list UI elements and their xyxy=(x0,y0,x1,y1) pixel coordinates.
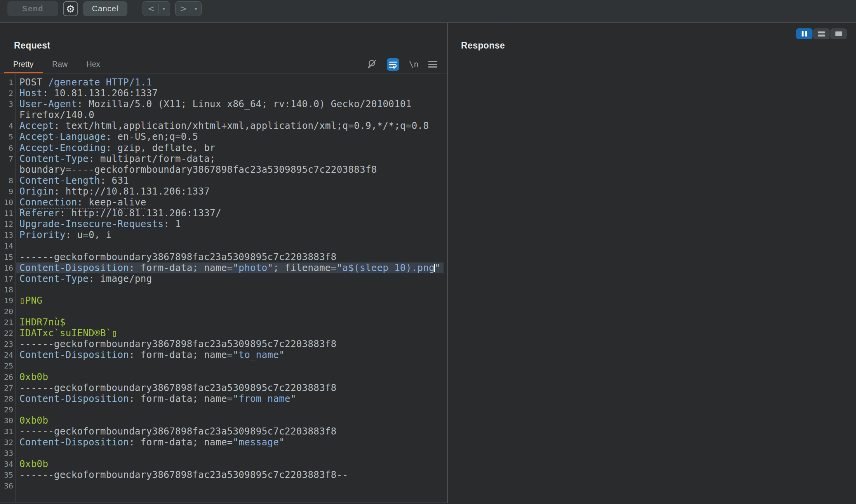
line-number: 34 xyxy=(0,459,13,469)
code-line[interactable]: 21IHDR7nù$ xyxy=(0,317,447,328)
code-text: Content-Type: image/png xyxy=(16,273,155,284)
line-number xyxy=(0,164,13,175)
code-text: Firefox/140.0 xyxy=(16,109,97,120)
button-separator xyxy=(191,4,191,14)
code-text: POST /generate HTTP/1.1 xyxy=(16,77,155,88)
code-text: ------geckoformboundary3867898fac23a5309… xyxy=(16,339,340,349)
code-line[interactable]: boundary=----geckoformboundary3867898fac… xyxy=(0,164,447,175)
line-number: 6 xyxy=(0,143,13,153)
line-number: 20 xyxy=(0,306,13,317)
code-line[interactable]: 27------geckoformboundary3867898fac23a53… xyxy=(0,382,447,393)
code-line[interactable]: 3User-Agent: Mozilla/5.0 (X11; Linux x86… xyxy=(0,99,447,109)
request-editor[interactable]: 1POST /generate HTTP/1.12Host: 10.81.131… xyxy=(0,74,447,503)
line-number: 28 xyxy=(0,393,13,404)
code-line[interactable]: 300xb0b xyxy=(0,415,447,426)
forward-arrow-icon[interactable]: > xyxy=(180,4,187,13)
code-line[interactable]: 1POST /generate HTTP/1.1 xyxy=(0,77,447,88)
code-text: ------geckoformboundary3867898fac23a5309… xyxy=(16,469,351,480)
line-number: 23 xyxy=(0,339,13,349)
line-number: 12 xyxy=(0,219,13,229)
settings-button[interactable]: ⚙ xyxy=(63,1,78,16)
code-text xyxy=(16,306,23,317)
back-button[interactable]: < ▾ xyxy=(143,1,170,16)
line-number: 3 xyxy=(0,99,13,109)
line-number: 25 xyxy=(0,360,13,371)
code-text: Origin: http://10.81.131.206:1337 xyxy=(16,186,213,197)
gear-icon: ⚙ xyxy=(66,4,75,14)
forward-button[interactable]: > ▾ xyxy=(175,1,202,16)
code-text: ▯PNG xyxy=(16,295,45,306)
send-button[interactable]: Send xyxy=(7,1,58,16)
code-text: Accept: text/html,application/xhtml+xml,… xyxy=(16,120,432,131)
code-line[interactable]: 24Content-Disposition: form-data; name="… xyxy=(0,349,447,360)
code-line[interactable]: 32Content-Disposition: form-data; name="… xyxy=(0,437,447,448)
code-text: ------geckoformboundary3867898fac23a5309… xyxy=(16,382,340,393)
code-line[interactable]: 31------geckoformboundary3867898fac23a53… xyxy=(0,426,447,437)
toolbar: Send ⚙ Cancel < ▾ > ▾ xyxy=(0,0,856,23)
line-number: 14 xyxy=(0,240,13,251)
code-line[interactable]: 33 xyxy=(0,448,447,459)
code-line[interactable]: 4Accept: text/html,application/xhtml+xml… xyxy=(0,120,447,131)
code-line[interactable]: 18 xyxy=(0,284,447,295)
code-line[interactable]: 260xb0b xyxy=(0,372,447,382)
code-text xyxy=(16,448,23,459)
code-line[interactable]: 19▯PNG xyxy=(0,295,447,306)
code-text: 0xb0b xyxy=(16,459,51,469)
code-line[interactable]: 23------geckoformboundary3867898fac23a53… xyxy=(0,339,447,349)
code-text: Priority: u=0, i xyxy=(16,229,115,240)
word-wrap-toggle-icon[interactable] xyxy=(387,58,399,71)
code-line[interactable]: 14 xyxy=(0,240,447,251)
code-line[interactable]: 15------geckoformboundary3867898fac23a53… xyxy=(0,252,447,262)
code-line[interactable]: 17Content-Type: image/png xyxy=(0,273,447,284)
code-line[interactable]: 36 xyxy=(0,480,447,491)
forward-dropdown-icon[interactable]: ▾ xyxy=(195,6,197,11)
line-number: 32 xyxy=(0,437,13,448)
back-arrow-icon[interactable]: < xyxy=(148,4,155,13)
back-dropdown-icon[interactable]: ▾ xyxy=(162,6,165,11)
code-text: Accept-Language: en-US,en;q=0.5 xyxy=(16,131,201,142)
code-line[interactable]: 8Content-Length: 631 xyxy=(0,175,447,186)
code-line[interactable]: 13Priority: u=0, i xyxy=(0,229,447,240)
repeater-main: Request Pretty Raw Hex xyxy=(0,23,856,503)
newline-toggle-icon[interactable]: \n xyxy=(409,60,419,69)
cancel-button[interactable]: Cancel xyxy=(83,1,127,16)
code-line[interactable]: 35------geckoformboundary3867898fac23a53… xyxy=(0,469,447,480)
code-line[interactable]: 6Accept-Encoding: gzip, deflate, br xyxy=(0,143,447,153)
code-line[interactable]: 2Host: 10.81.131.206:1337 xyxy=(0,88,447,99)
code-line[interactable]: 10Connection: keep-alive xyxy=(0,197,447,208)
code-text xyxy=(16,240,23,251)
tab-pretty[interactable]: Pretty xyxy=(4,56,43,73)
code-text: Host: 10.81.131.206:1337 xyxy=(16,88,161,99)
code-text xyxy=(16,360,23,371)
code-line[interactable]: 16Content-Disposition: form-data; name="… xyxy=(0,262,447,273)
code-text-selected: Content-Disposition: form-data; name="ph… xyxy=(16,262,444,273)
code-line[interactable]: 12Upgrade-Insecure-Requests: 1 xyxy=(0,219,447,229)
panel-bottom-strip xyxy=(0,502,447,503)
code-line[interactable]: 9Origin: http://10.81.131.206:1337 xyxy=(0,186,447,197)
code-line[interactable]: 11Referer: http://10.81.131.206:1337/ xyxy=(0,208,447,219)
line-number: 26 xyxy=(0,372,13,382)
code-line[interactable]: Firefox/140.0 xyxy=(0,109,447,120)
line-number: 15 xyxy=(0,252,13,262)
code-line[interactable]: 29 xyxy=(0,404,447,415)
code-line[interactable]: 28Content-Disposition: form-data; name="… xyxy=(0,393,447,404)
line-number: 8 xyxy=(0,175,13,186)
editor-menu-icon[interactable] xyxy=(428,61,437,68)
line-number: 13 xyxy=(0,229,13,240)
tab-raw[interactable]: Raw xyxy=(43,56,77,73)
layout-single-button[interactable] xyxy=(830,28,847,39)
code-text: ------geckoformboundary3867898fac23a5309… xyxy=(16,426,340,437)
line-number: 31 xyxy=(0,426,13,437)
code-line[interactable]: 7Content-Type: multipart/form-data; xyxy=(0,153,447,164)
code-line[interactable]: 22IDATxc`suIEND®B`▯ xyxy=(0,328,447,339)
line-number: 22 xyxy=(0,328,13,339)
layout-columns-button[interactable] xyxy=(796,28,813,39)
code-text: Connection: keep-alive xyxy=(16,197,150,208)
code-line[interactable]: 25 xyxy=(0,360,447,371)
tab-hex[interactable]: Hex xyxy=(77,56,110,73)
code-line[interactable]: 20 xyxy=(0,306,447,317)
code-line[interactable]: 5Accept-Language: en-US,en;q=0.5 xyxy=(0,131,447,142)
code-line[interactable]: 340xb0b xyxy=(0,459,447,469)
layout-rows-button[interactable] xyxy=(813,28,830,39)
search-disabled-icon[interactable] xyxy=(367,59,377,70)
